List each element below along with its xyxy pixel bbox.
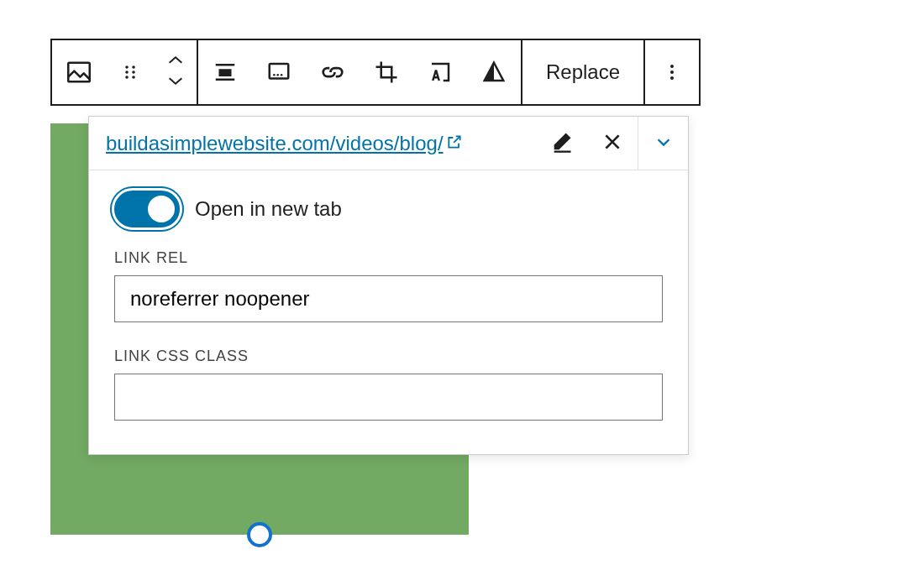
more-options-button[interactable] [645, 40, 699, 104]
open-new-tab-label: Open in new tab [195, 197, 342, 221]
svg-rect-10 [270, 64, 289, 79]
svg-point-11 [273, 74, 276, 76]
link-css-class-input[interactable] [114, 374, 663, 421]
toolbar-group-replace: Replace [522, 40, 645, 104]
svg-point-16 [670, 76, 674, 80]
duotone-button[interactable] [467, 40, 521, 104]
toolbar-group-block [52, 40, 198, 104]
drag-handle-button[interactable] [106, 40, 155, 104]
close-icon [601, 131, 623, 156]
toolbar-group-tools [198, 40, 522, 104]
svg-point-2 [132, 65, 135, 69]
link-settings-popover: buildasimplewebsite.com/videos/blog/ [88, 116, 689, 455]
toolbar-group-more [645, 40, 699, 104]
link-rel-label: LINK REL [114, 249, 663, 267]
block-mover[interactable] [155, 40, 197, 104]
chevron-up-icon [166, 55, 185, 70]
crop-button[interactable] [360, 40, 413, 104]
edit-link-button[interactable] [537, 117, 587, 170]
caption-icon [266, 60, 291, 85]
link-advanced-toggle[interactable] [638, 117, 688, 170]
more-vertical-icon [662, 60, 682, 84]
text-overlay-button[interactable] [413, 40, 467, 104]
image-icon [65, 58, 93, 86]
svg-rect-17 [554, 150, 571, 152]
svg-point-5 [125, 76, 129, 79]
text-overlay-icon [428, 60, 453, 85]
open-new-tab-toggle[interactable] [114, 191, 180, 227]
caption-button[interactable] [252, 40, 306, 104]
svg-point-15 [670, 71, 674, 74]
svg-point-14 [670, 65, 674, 68]
align-button[interactable] [198, 40, 252, 104]
duotone-icon [481, 60, 507, 85]
svg-rect-8 [219, 69, 232, 76]
link-button[interactable] [306, 40, 360, 104]
align-center-icon [213, 60, 238, 85]
svg-point-4 [132, 71, 135, 74]
svg-point-1 [125, 65, 129, 69]
drag-handle-icon [120, 62, 140, 82]
replace-button[interactable]: Replace [522, 40, 643, 104]
svg-rect-0 [68, 63, 90, 82]
external-link-icon [446, 131, 463, 155]
remove-link-button[interactable] [587, 117, 638, 170]
svg-point-13 [281, 74, 283, 76]
crop-icon [374, 60, 399, 85]
link-url-anchor[interactable]: buildasimplewebsite.com/videos/blog/ [106, 131, 463, 155]
link-icon [320, 60, 345, 85]
link-popover-header: buildasimplewebsite.com/videos/blog/ [89, 117, 688, 170]
open-new-tab-row: Open in new tab [114, 191, 663, 227]
link-popover-body: Open in new tab LINK REL LINK CSS CLASS [89, 170, 688, 454]
link-css-class-label: LINK CSS CLASS [114, 348, 663, 365]
chevron-down-icon [654, 133, 673, 154]
chevron-down-icon [166, 75, 185, 90]
link-url-display: buildasimplewebsite.com/videos/blog/ [89, 131, 537, 155]
block-toolbar: Replace [50, 39, 701, 106]
svg-point-12 [277, 74, 280, 76]
toggle-knob [148, 196, 175, 222]
svg-point-6 [132, 76, 135, 79]
svg-point-3 [125, 71, 129, 74]
pencil-icon [550, 130, 574, 157]
block-type-button[interactable] [52, 40, 106, 104]
resize-handle-bottom[interactable] [247, 522, 272, 547]
link-url-text: buildasimplewebsite.com/videos/blog/ [106, 132, 444, 155]
link-rel-input[interactable] [114, 275, 663, 322]
